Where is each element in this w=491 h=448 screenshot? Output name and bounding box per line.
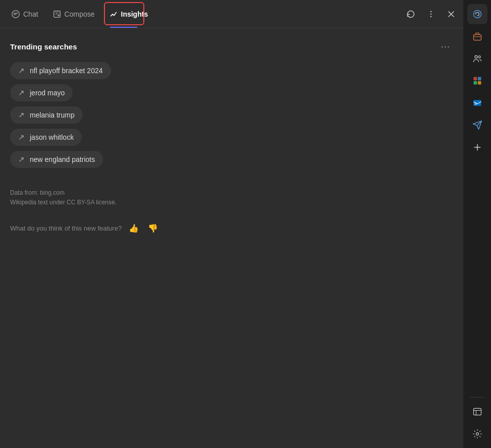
trending-list: ↗ nfl playoff bracket 2024 ↗ jerod mayo … (10, 62, 453, 168)
insights-tab-underline (110, 27, 137, 28)
trending-item-label-3: melania trump (30, 111, 75, 119)
trending-item-5[interactable]: ↗ new england patriots (10, 151, 103, 168)
svg-point-8 (478, 56, 480, 58)
svg-point-3 (430, 13, 431, 14)
trending-title: Trending searches (10, 42, 77, 51)
tab-compose-label: Compose (65, 10, 95, 18)
svg-point-2 (430, 11, 431, 12)
svg-point-7 (475, 55, 477, 58)
sidebar-send-button[interactable] (467, 115, 487, 135)
tab-insights-label: Insights (121, 10, 148, 18)
svg-point-0 (12, 10, 19, 17)
chat-tab-icon (11, 10, 20, 19)
main-panel: Chat Compose Insights (0, 0, 463, 448)
tab-compose[interactable]: Compose (45, 4, 102, 24)
trend-arrow-icon-2: ↗ (18, 88, 25, 97)
sidebar-apps-button[interactable] (467, 71, 487, 91)
trending-more-button[interactable]: ··· (438, 40, 453, 53)
svg-rect-11 (473, 81, 477, 85)
sidebar-briefcase-button[interactable] (467, 26, 487, 46)
trending-item-1[interactable]: ↗ nfl playoff bracket 2024 (10, 62, 111, 79)
trend-arrow-icon-4: ↗ (18, 133, 25, 142)
tab-bar-actions (403, 6, 459, 22)
svg-text:O: O (474, 102, 477, 105)
content-area: Trending searches ··· ↗ nfl playoff brac… (0, 28, 463, 448)
trending-item-label-4: jason whitlock (30, 133, 74, 141)
tab-chat-label: Chat (23, 10, 38, 18)
trending-item-label-5: new england patriots (30, 155, 95, 163)
svg-rect-10 (477, 77, 481, 81)
trend-arrow-icon-5: ↗ (18, 155, 25, 164)
sidebar-people-button[interactable] (467, 48, 487, 69)
right-sidebar: O (463, 0, 491, 448)
thumbs-down-button[interactable]: 👎 (146, 222, 160, 234)
feedback-label: What do you think of this new feature? (10, 225, 122, 232)
sidebar-panel-button[interactable] (467, 402, 487, 422)
tab-chat[interactable]: Chat (4, 4, 45, 24)
compose-tab-icon (52, 10, 62, 19)
trend-arrow-icon-3: ↗ (18, 110, 25, 120)
trending-section-header: Trending searches ··· (10, 40, 453, 53)
insights-tab-icon (109, 10, 118, 19)
trending-item-label-2: jerod mayo (30, 89, 65, 97)
feedback-row: What do you think of this new feature? 👍… (10, 222, 453, 234)
sidebar-copilot-button[interactable] (467, 4, 487, 24)
svg-rect-12 (477, 81, 481, 85)
thumbs-up-button[interactable]: 👍 (127, 222, 141, 234)
sidebar-settings-button[interactable] (467, 424, 487, 444)
data-source-line: Data from: bing.com (10, 188, 453, 198)
trend-arrow-icon-1: ↗ (18, 66, 25, 75)
tab-insights[interactable]: Insights (102, 4, 155, 24)
svg-point-16 (476, 433, 478, 435)
svg-rect-6 (473, 35, 481, 40)
tab-bar: Chat Compose Insights (0, 0, 463, 28)
trending-item-2[interactable]: ↗ jerod mayo (10, 84, 73, 101)
wiki-note-line: Wikipedia text under CC BY-SA license. (10, 198, 453, 207)
trending-item-4[interactable]: ↗ jason whitlock (10, 129, 82, 146)
sidebar-outlook-button[interactable]: O (467, 93, 487, 113)
trending-item-label-1: nfl playoff bracket 2024 (30, 67, 103, 75)
sidebar-add-button[interactable] (467, 137, 487, 157)
svg-point-4 (430, 16, 431, 17)
more-options-button[interactable] (423, 6, 439, 22)
svg-point-5 (473, 11, 481, 18)
svg-rect-9 (473, 77, 477, 81)
trending-item-3[interactable]: ↗ melania trump (10, 106, 83, 124)
sidebar-divider (470, 397, 485, 398)
svg-rect-15 (473, 408, 481, 415)
close-button[interactable] (443, 6, 459, 22)
footer-text: Data from: bing.com Wikipedia text under… (10, 188, 453, 207)
refresh-button[interactable] (403, 6, 419, 22)
